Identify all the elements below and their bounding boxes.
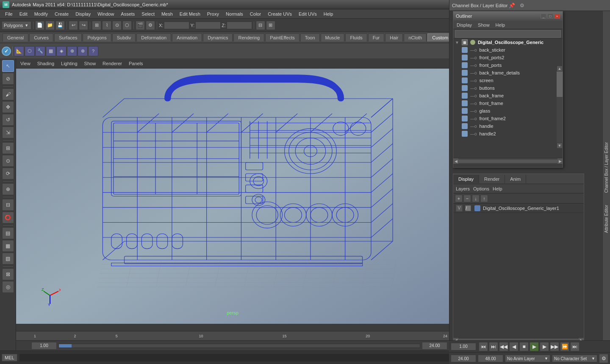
outliner-minimize-btn[interactable]: _ xyxy=(541,14,546,19)
ol-item-front-frame2[interactable]: —o front_frame2 xyxy=(453,115,563,122)
layer-visibility-btn[interactable]: V xyxy=(456,205,463,212)
ol-item-back-sticker[interactable]: —o back_sticker xyxy=(453,46,563,54)
no-char-set-dropdown[interactable]: No Character Set ▼ xyxy=(552,355,597,362)
step-frame-back-btn[interactable]: ◀ xyxy=(509,342,518,351)
ol-scroll-right[interactable]: ▶ xyxy=(557,158,563,164)
make-live-btn[interactable]: ⭕ xyxy=(2,212,14,223)
le-remove-from-layer-btn[interactable]: ↑ xyxy=(480,195,488,202)
shelf-icon-7[interactable]: ⊗ xyxy=(78,46,88,56)
menu-edit-mesh[interactable]: Edit Mesh xyxy=(176,11,204,17)
step-fwd-fast-btn[interactable]: ▶▶ xyxy=(550,342,559,351)
shelf-tab-painteffects[interactable]: PaintEffects xyxy=(265,33,299,41)
menu-edit-uvs[interactable]: Edit UVs xyxy=(295,11,320,17)
cb-settings-btn[interactable]: ⚙ xyxy=(518,1,526,10)
step-back-btn[interactable]: ◀◀ xyxy=(499,342,508,351)
menu-window[interactable]: Window xyxy=(94,11,117,17)
lasso-select-btn[interactable]: ⊘ xyxy=(2,73,14,85)
show-manip-btn[interactable]: ⊕ xyxy=(2,183,14,195)
channel-box-tab[interactable]: Channel Box / Layer Editor xyxy=(603,141,610,195)
step-back-key-btn[interactable]: ⏭ xyxy=(489,342,498,351)
menu-help[interactable]: Help xyxy=(320,11,337,17)
display-layer-btn[interactable]: ▤ xyxy=(2,227,14,239)
ol-item-glass[interactable]: —o glass xyxy=(453,107,563,115)
snap-surface-btn[interactable]: ⬡ xyxy=(122,21,132,30)
outliner-search-input[interactable] xyxy=(455,30,561,38)
menu-create[interactable]: Create xyxy=(51,11,72,17)
universal-manip-btn[interactable]: ⊞ xyxy=(2,142,14,154)
ol-item-back-frame-details[interactable]: —o back_frame_details xyxy=(453,69,563,77)
z-field[interactable] xyxy=(227,22,252,29)
ol-item-handle[interactable]: —o handle xyxy=(453,122,563,130)
rotate-tool-btn[interactable]: ↺ xyxy=(2,114,14,126)
layer-color-swatch[interactable] xyxy=(474,205,480,211)
step-fwd-btn[interactable]: ▶ xyxy=(540,342,549,351)
x-field[interactable] xyxy=(164,22,189,29)
menu-mesh[interactable]: Mesh xyxy=(158,11,176,17)
le-tab-display[interactable]: Display xyxy=(453,175,479,183)
vp-menu-panels[interactable]: Panels xyxy=(127,60,145,67)
select-tool-btn[interactable]: ↖ xyxy=(2,60,14,72)
le-opt-options[interactable]: Options xyxy=(473,186,489,191)
outliner-scroll-up[interactable]: ▲ xyxy=(557,66,563,72)
snap-grid-btn[interactable]: ⊞ xyxy=(92,21,101,30)
anim-prefs-btn[interactable]: ⚙ xyxy=(599,354,608,363)
shelf-icon-8[interactable]: ? xyxy=(88,46,98,56)
ol-item-back-frame[interactable]: —o back_frame xyxy=(453,92,563,99)
redo-btn[interactable]: ↪ xyxy=(79,21,88,30)
ol-item-handle2[interactable]: —o handle2 xyxy=(453,130,563,138)
go-to-start-btn[interactable]: ⏮ xyxy=(479,342,488,351)
paint-select-btn[interactable]: 🖌 xyxy=(2,88,14,100)
anim-end-field[interactable]: 48.00 xyxy=(478,355,503,362)
shelf-tab-muscle[interactable]: Muscle xyxy=(321,33,345,41)
shelf-icon-4[interactable]: ▦ xyxy=(46,46,56,56)
shelf-tab-curves[interactable]: Curves xyxy=(29,33,53,41)
start-frame-field[interactable]: 1.00 xyxy=(31,342,57,350)
y-field[interactable] xyxy=(195,22,221,29)
scale-tool-btn[interactable]: ⇲ xyxy=(2,127,14,138)
menu-create-uvs[interactable]: Create UVs xyxy=(264,11,295,17)
open-file-btn[interactable]: 📁 xyxy=(45,21,55,30)
outliner-vscroll[interactable]: ▲ ▼ xyxy=(557,66,563,149)
shelf-icon-3[interactable]: 🔧 xyxy=(35,46,45,56)
menu-select[interactable]: Select xyxy=(138,11,158,17)
le-opt-layers[interactable]: Layers xyxy=(456,186,470,191)
ol-item-front-ports2[interactable]: —o front_ports2 xyxy=(453,54,563,61)
menu-normals[interactable]: Normals xyxy=(222,11,247,17)
go-to-end-btn[interactable]: ⏭ xyxy=(570,342,580,351)
stop-btn[interactable]: ■ xyxy=(519,342,529,351)
render-settings-btn[interactable]: ⚙ xyxy=(146,21,155,30)
step-fwd-key-btn[interactable]: ⏩ xyxy=(560,342,569,351)
shelf-tab-fluids[interactable]: Fluids xyxy=(345,33,367,41)
vp-menu-renderer[interactable]: Renderer xyxy=(101,60,124,67)
menu-edit[interactable]: Edit xyxy=(16,11,31,17)
le-tab-render[interactable]: Render xyxy=(479,175,505,183)
save-file-btn[interactable]: 💾 xyxy=(55,21,65,30)
timeline-track[interactable]: 1 2 5 10 15 20 24 xyxy=(32,331,449,340)
shelf-tab-rendering[interactable]: Rendering xyxy=(233,33,264,41)
shelf-icon-1[interactable]: 📐 xyxy=(14,46,24,56)
render-btn[interactable]: 🎬 xyxy=(136,21,145,30)
outliner-scroll-down[interactable]: ▼ xyxy=(557,143,563,149)
ol-item-front-frame[interactable]: —o front_frame xyxy=(453,99,563,107)
soft-manip-btn[interactable]: ⊙ xyxy=(2,155,14,167)
vp-menu-shading[interactable]: Shading xyxy=(36,60,56,67)
menu-assets[interactable]: Assets xyxy=(117,11,138,17)
grid-snap-toggle[interactable]: ⊟ xyxy=(256,21,265,30)
le-new-layer-btn[interactable]: + xyxy=(455,195,463,202)
shelf-tab-toon[interactable]: Toon xyxy=(300,33,320,41)
ol-scroll-left[interactable]: ◀ xyxy=(453,158,458,164)
le-add-to-layer-btn[interactable]: ↓ xyxy=(472,195,480,202)
time-range-track[interactable] xyxy=(58,344,420,348)
menu-modify[interactable]: Modify xyxy=(31,11,51,17)
quick-layout-btn[interactable]: ⊠ xyxy=(2,268,14,280)
no-anim-layer-dropdown[interactable]: No Anim Layer ▼ xyxy=(505,355,550,362)
anim-start-field[interactable]: 24.00 xyxy=(451,355,476,362)
le-delete-layer-btn[interactable]: − xyxy=(463,195,471,202)
play-fwd-btn[interactable]: ▶ xyxy=(530,342,539,351)
le-opt-help[interactable]: Help xyxy=(493,186,502,191)
shelf-tab-subdiv[interactable]: Subdiv xyxy=(112,33,136,41)
menu-display[interactable]: Display xyxy=(72,11,94,17)
shelf-tab-hair[interactable]: Hair xyxy=(385,33,403,41)
display-layer2-btn[interactable]: ▦ xyxy=(2,240,14,252)
display-settings-btn[interactable]: ⊞ xyxy=(266,21,275,30)
